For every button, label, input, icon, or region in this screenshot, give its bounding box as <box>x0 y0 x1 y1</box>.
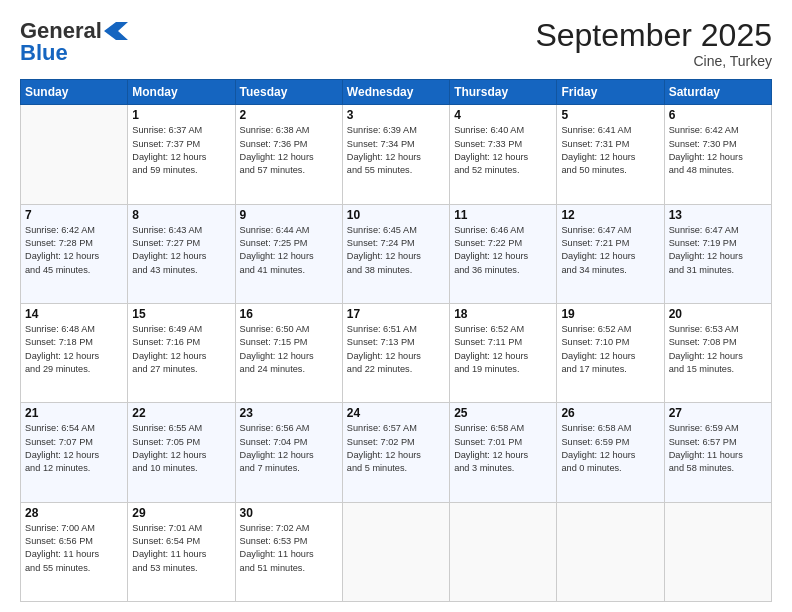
day-number: 17 <box>347 307 445 321</box>
calendar-cell: 13Sunrise: 6:47 AM Sunset: 7:19 PM Dayli… <box>664 204 771 303</box>
calendar-cell: 23Sunrise: 6:56 AM Sunset: 7:04 PM Dayli… <box>235 403 342 502</box>
logo-blue-text: Blue <box>20 40 68 66</box>
day-info: Sunrise: 6:58 AM Sunset: 6:59 PM Dayligh… <box>561 422 659 475</box>
day-number: 19 <box>561 307 659 321</box>
day-number: 24 <box>347 406 445 420</box>
calendar-cell: 17Sunrise: 6:51 AM Sunset: 7:13 PM Dayli… <box>342 303 449 402</box>
day-number: 26 <box>561 406 659 420</box>
location: Cine, Turkey <box>535 53 772 69</box>
day-number: 4 <box>454 108 552 122</box>
calendar-cell: 19Sunrise: 6:52 AM Sunset: 7:10 PM Dayli… <box>557 303 664 402</box>
day-info: Sunrise: 7:00 AM Sunset: 6:56 PM Dayligh… <box>25 522 123 575</box>
calendar-week-row: 21Sunrise: 6:54 AM Sunset: 7:07 PM Dayli… <box>21 403 772 502</box>
calendar-cell: 9Sunrise: 6:44 AM Sunset: 7:25 PM Daylig… <box>235 204 342 303</box>
day-info: Sunrise: 6:52 AM Sunset: 7:10 PM Dayligh… <box>561 323 659 376</box>
calendar-week-row: 28Sunrise: 7:00 AM Sunset: 6:56 PM Dayli… <box>21 502 772 601</box>
calendar-cell: 7Sunrise: 6:42 AM Sunset: 7:28 PM Daylig… <box>21 204 128 303</box>
calendar-cell: 1Sunrise: 6:37 AM Sunset: 7:37 PM Daylig… <box>128 105 235 204</box>
day-info: Sunrise: 6:50 AM Sunset: 7:15 PM Dayligh… <box>240 323 338 376</box>
day-number: 6 <box>669 108 767 122</box>
day-header-sunday: Sunday <box>21 80 128 105</box>
day-number: 20 <box>669 307 767 321</box>
day-header-tuesday: Tuesday <box>235 80 342 105</box>
day-info: Sunrise: 6:58 AM Sunset: 7:01 PM Dayligh… <box>454 422 552 475</box>
calendar-cell: 25Sunrise: 6:58 AM Sunset: 7:01 PM Dayli… <box>450 403 557 502</box>
day-info: Sunrise: 6:43 AM Sunset: 7:27 PM Dayligh… <box>132 224 230 277</box>
day-info: Sunrise: 6:41 AM Sunset: 7:31 PM Dayligh… <box>561 124 659 177</box>
day-number: 27 <box>669 406 767 420</box>
day-info: Sunrise: 6:39 AM Sunset: 7:34 PM Dayligh… <box>347 124 445 177</box>
calendar-cell: 2Sunrise: 6:38 AM Sunset: 7:36 PM Daylig… <box>235 105 342 204</box>
day-info: Sunrise: 6:49 AM Sunset: 7:16 PM Dayligh… <box>132 323 230 376</box>
calendar-cell: 27Sunrise: 6:59 AM Sunset: 6:57 PM Dayli… <box>664 403 771 502</box>
day-number: 23 <box>240 406 338 420</box>
day-number: 16 <box>240 307 338 321</box>
day-info: Sunrise: 6:56 AM Sunset: 7:04 PM Dayligh… <box>240 422 338 475</box>
day-info: Sunrise: 6:37 AM Sunset: 7:37 PM Dayligh… <box>132 124 230 177</box>
day-info: Sunrise: 6:59 AM Sunset: 6:57 PM Dayligh… <box>669 422 767 475</box>
title-block: September 2025 Cine, Turkey <box>535 18 772 69</box>
logo-flag-icon <box>104 20 128 42</box>
calendar-cell: 6Sunrise: 6:42 AM Sunset: 7:30 PM Daylig… <box>664 105 771 204</box>
day-info: Sunrise: 6:42 AM Sunset: 7:30 PM Dayligh… <box>669 124 767 177</box>
calendar-cell: 28Sunrise: 7:00 AM Sunset: 6:56 PM Dayli… <box>21 502 128 601</box>
day-header-saturday: Saturday <box>664 80 771 105</box>
day-number: 14 <box>25 307 123 321</box>
day-info: Sunrise: 6:52 AM Sunset: 7:11 PM Dayligh… <box>454 323 552 376</box>
day-info: Sunrise: 6:53 AM Sunset: 7:08 PM Dayligh… <box>669 323 767 376</box>
logo: General Blue <box>20 18 128 66</box>
day-number: 1 <box>132 108 230 122</box>
day-number: 7 <box>25 208 123 222</box>
month-title: September 2025 <box>535 18 772 53</box>
day-info: Sunrise: 6:47 AM Sunset: 7:19 PM Dayligh… <box>669 224 767 277</box>
day-info: Sunrise: 6:42 AM Sunset: 7:28 PM Dayligh… <box>25 224 123 277</box>
day-number: 18 <box>454 307 552 321</box>
day-number: 15 <box>132 307 230 321</box>
calendar-cell: 18Sunrise: 6:52 AM Sunset: 7:11 PM Dayli… <box>450 303 557 402</box>
calendar-cell: 5Sunrise: 6:41 AM Sunset: 7:31 PM Daylig… <box>557 105 664 204</box>
day-info: Sunrise: 6:47 AM Sunset: 7:21 PM Dayligh… <box>561 224 659 277</box>
calendar-week-row: 7Sunrise: 6:42 AM Sunset: 7:28 PM Daylig… <box>21 204 772 303</box>
day-number: 25 <box>454 406 552 420</box>
calendar-cell: 15Sunrise: 6:49 AM Sunset: 7:16 PM Dayli… <box>128 303 235 402</box>
day-number: 12 <box>561 208 659 222</box>
calendar-cell: 3Sunrise: 6:39 AM Sunset: 7:34 PM Daylig… <box>342 105 449 204</box>
calendar-cell: 30Sunrise: 7:02 AM Sunset: 6:53 PM Dayli… <box>235 502 342 601</box>
calendar-cell: 10Sunrise: 6:45 AM Sunset: 7:24 PM Dayli… <box>342 204 449 303</box>
day-info: Sunrise: 6:48 AM Sunset: 7:18 PM Dayligh… <box>25 323 123 376</box>
day-header-wednesday: Wednesday <box>342 80 449 105</box>
day-info: Sunrise: 6:40 AM Sunset: 7:33 PM Dayligh… <box>454 124 552 177</box>
day-header-friday: Friday <box>557 80 664 105</box>
calendar-cell: 16Sunrise: 6:50 AM Sunset: 7:15 PM Dayli… <box>235 303 342 402</box>
day-number: 13 <box>669 208 767 222</box>
day-number: 29 <box>132 506 230 520</box>
day-number: 28 <box>25 506 123 520</box>
day-number: 3 <box>347 108 445 122</box>
calendar-week-row: 14Sunrise: 6:48 AM Sunset: 7:18 PM Dayli… <box>21 303 772 402</box>
calendar-table: SundayMondayTuesdayWednesdayThursdayFrid… <box>20 79 772 602</box>
day-number: 30 <box>240 506 338 520</box>
day-header-thursday: Thursday <box>450 80 557 105</box>
day-number: 11 <box>454 208 552 222</box>
calendar-cell <box>664 502 771 601</box>
day-number: 22 <box>132 406 230 420</box>
day-number: 9 <box>240 208 338 222</box>
day-info: Sunrise: 6:55 AM Sunset: 7:05 PM Dayligh… <box>132 422 230 475</box>
day-number: 10 <box>347 208 445 222</box>
calendar-cell: 29Sunrise: 7:01 AM Sunset: 6:54 PM Dayli… <box>128 502 235 601</box>
calendar-header-row: SundayMondayTuesdayWednesdayThursdayFrid… <box>21 80 772 105</box>
calendar-cell <box>342 502 449 601</box>
day-info: Sunrise: 6:45 AM Sunset: 7:24 PM Dayligh… <box>347 224 445 277</box>
calendar-cell: 4Sunrise: 6:40 AM Sunset: 7:33 PM Daylig… <box>450 105 557 204</box>
calendar-cell: 14Sunrise: 6:48 AM Sunset: 7:18 PM Dayli… <box>21 303 128 402</box>
day-info: Sunrise: 7:01 AM Sunset: 6:54 PM Dayligh… <box>132 522 230 575</box>
calendar-cell: 20Sunrise: 6:53 AM Sunset: 7:08 PM Dayli… <box>664 303 771 402</box>
day-info: Sunrise: 6:38 AM Sunset: 7:36 PM Dayligh… <box>240 124 338 177</box>
page: General Blue September 2025 Cine, Turkey… <box>0 0 792 612</box>
calendar-cell: 24Sunrise: 6:57 AM Sunset: 7:02 PM Dayli… <box>342 403 449 502</box>
day-info: Sunrise: 6:54 AM Sunset: 7:07 PM Dayligh… <box>25 422 123 475</box>
day-number: 8 <box>132 208 230 222</box>
day-number: 21 <box>25 406 123 420</box>
calendar-cell: 8Sunrise: 6:43 AM Sunset: 7:27 PM Daylig… <box>128 204 235 303</box>
calendar-cell: 12Sunrise: 6:47 AM Sunset: 7:21 PM Dayli… <box>557 204 664 303</box>
